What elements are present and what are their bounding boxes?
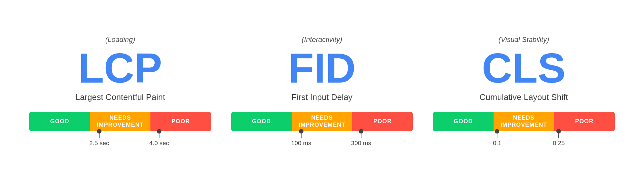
cls-acronym: CLS bbox=[482, 47, 566, 89]
fid-marker1: 100 ms bbox=[291, 131, 311, 147]
lcp-name: Largest Contentful Paint bbox=[75, 92, 165, 102]
metric-card-fid: (Interactivity)FIDFirst Input DelayGOODN… bbox=[231, 35, 413, 154]
cls-marker1: 0.1 bbox=[493, 131, 501, 147]
fid-scale: GOODNEEDSIMPROVEMENTPOOR100 ms300 ms bbox=[231, 112, 413, 154]
cls-marker2-label: 0.25 bbox=[553, 140, 565, 147]
fid-good-label: GOOD bbox=[231, 112, 292, 131]
cls-tick-container: 0.10.25 bbox=[433, 131, 615, 154]
lcp-marker2-label: 4.0 sec bbox=[149, 140, 169, 147]
fid-needs-label: NEEDSIMPROVEMENT bbox=[292, 112, 352, 131]
fid-tick-container: 100 ms300 ms bbox=[231, 131, 413, 154]
fid-acronym: FID bbox=[288, 47, 356, 89]
metrics-container: (Loading)LCPLargest Contentful PaintGOOD… bbox=[0, 26, 644, 164]
fid-name: First Input Delay bbox=[292, 92, 352, 102]
lcp-good-label: GOOD bbox=[29, 112, 90, 131]
fid-marker2: 300 ms bbox=[351, 131, 371, 147]
lcp-acronym: LCP bbox=[78, 47, 162, 89]
lcp-poor-label: POOR bbox=[150, 112, 211, 131]
cls-marker2: 0.25 bbox=[553, 131, 565, 147]
metric-card-lcp: (Loading)LCPLargest Contentful PaintGOOD… bbox=[29, 35, 211, 154]
lcp-subtitle: (Loading) bbox=[105, 35, 135, 44]
cls-needs-label: NEEDSIMPROVEMENT bbox=[494, 112, 554, 131]
lcp-marker2: 4.0 sec bbox=[149, 131, 169, 147]
lcp-scale: GOODNEEDSIMPROVEMENTPOOR2.5 sec4.0 sec bbox=[29, 112, 211, 154]
fid-subtitle: (Interactivity) bbox=[302, 35, 342, 44]
fid-poor-label: POOR bbox=[352, 112, 413, 131]
cls-name: Cumulative Layout Shift bbox=[480, 92, 568, 102]
lcp-marker1: 2.5 sec bbox=[89, 131, 109, 147]
lcp-needs-label: NEEDSIMPROVEMENT bbox=[90, 112, 150, 131]
cls-poor-label: POOR bbox=[554, 112, 615, 131]
cls-scale: GOODNEEDSIMPROVEMENTPOOR0.10.25 bbox=[433, 112, 615, 154]
metric-card-cls: (Visual Stability)CLSCumulative Layout S… bbox=[433, 35, 615, 154]
cls-good-label: GOOD bbox=[433, 112, 494, 131]
cls-subtitle: (Visual Stability) bbox=[498, 35, 549, 44]
fid-marker1-label: 100 ms bbox=[291, 140, 311, 147]
fid-marker2-label: 300 ms bbox=[351, 140, 371, 147]
lcp-tick-container: 2.5 sec4.0 sec bbox=[29, 131, 211, 154]
lcp-marker1-label: 2.5 sec bbox=[89, 140, 109, 147]
cls-marker1-label: 0.1 bbox=[493, 140, 501, 147]
